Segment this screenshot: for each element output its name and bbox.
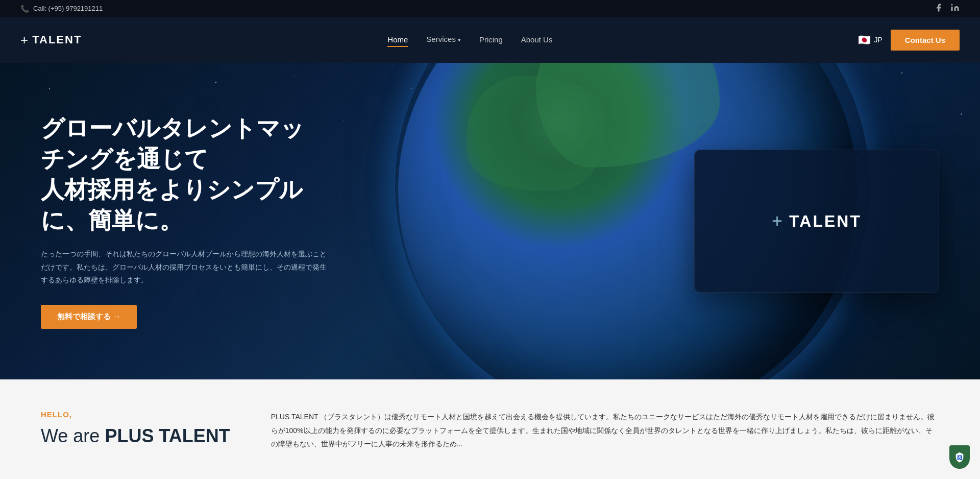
main-nav: Home Services ▾ Pricing About Us — [387, 35, 552, 45]
about-title-prefix: We are — [41, 425, 105, 446]
phone-icon: 📞 — [20, 5, 29, 13]
linkedin-link[interactable] — [950, 3, 960, 14]
top-bar: 📞 Call: (+95) 9792191211 — [0, 0, 980, 17]
about-section: HELLO, We are PLUS TALENT PLUS TALENT （プ… — [0, 379, 980, 479]
chevron-down-icon: ▾ — [458, 37, 461, 43]
about-hello: HELLO, — [41, 410, 230, 419]
about-title-brand: PLUS TALENT — [105, 425, 230, 446]
lang-label: JP — [874, 36, 882, 44]
header-right: 🇯🇵 JP Contact Us — [858, 30, 960, 51]
logo-plus: + — [20, 32, 29, 48]
hero-description: たった一つの手間、それは私たちのグローバル人材プールから理想の海外人材を選ぶこと… — [41, 248, 327, 286]
nav-link-home[interactable]: Home — [387, 35, 408, 47]
svg-point-0 — [951, 4, 953, 6]
hero-card: + TALENT — [694, 150, 939, 293]
card-logo-text: TALENT — [789, 212, 862, 231]
nav-item-pricing[interactable]: Pricing — [479, 35, 503, 44]
card-logo-plus: + — [772, 210, 784, 232]
nav-item-home[interactable]: Home — [387, 35, 408, 44]
about-title: We are PLUS TALENT — [41, 425, 230, 447]
card-logo: + TALENT — [772, 210, 862, 232]
about-text: PLUS TALENT （プラスタレント）は優秀なリモート人材と国境を越えて出会… — [271, 410, 939, 451]
nav-link-pricing[interactable]: Pricing — [479, 35, 503, 46]
facebook-link[interactable] — [934, 3, 943, 14]
phone-info: 📞 Call: (+95) 9792191211 — [20, 5, 103, 13]
about-description: PLUS TALENT （プラスタレント）は優秀なリモート人材と国境を越えて出会… — [271, 410, 939, 451]
nav-item-about[interactable]: About Us — [521, 35, 553, 44]
phone-label: Call: (+95) 9792191211 — [33, 5, 103, 12]
svg-text:♿: ♿ — [957, 455, 963, 461]
about-left: HELLO, We are PLUS TALENT — [41, 410, 230, 447]
accessibility-badge[interactable]: ♿ — [949, 445, 970, 469]
nav-link-services[interactable]: Services — [426, 35, 456, 45]
nav-link-about[interactable]: About Us — [521, 35, 553, 46]
nav-item-services[interactable]: Services ▾ — [426, 35, 461, 45]
flag-icon: 🇯🇵 — [858, 34, 871, 46]
header: + TALENT Home Services ▾ Pricing About U… — [0, 17, 980, 63]
facebook-icon — [934, 6, 943, 14]
logo-text: TALENT — [32, 33, 82, 46]
hero-title: グローバルタレントマッチングを通じて人材採用をよりシンプルに、簡単に。 — [41, 113, 327, 235]
hero-content: グローバルタレントマッチングを通じて人材採用をよりシンプルに、簡単に。 たった一… — [0, 113, 368, 329]
logo[interactable]: + TALENT — [20, 32, 82, 48]
social-links[interactable] — [934, 3, 960, 14]
linkedin-icon — [950, 6, 960, 14]
contact-button[interactable]: Contact Us — [891, 30, 960, 51]
language-toggle[interactable]: 🇯🇵 JP — [858, 34, 882, 46]
shield-icon: ♿ — [954, 451, 965, 463]
hero-section: グローバルタレントマッチングを通じて人材採用をよりシンプルに、簡単に。 たった一… — [0, 63, 980, 379]
hero-cta-button[interactable]: 無料で相談する → — [41, 305, 137, 329]
